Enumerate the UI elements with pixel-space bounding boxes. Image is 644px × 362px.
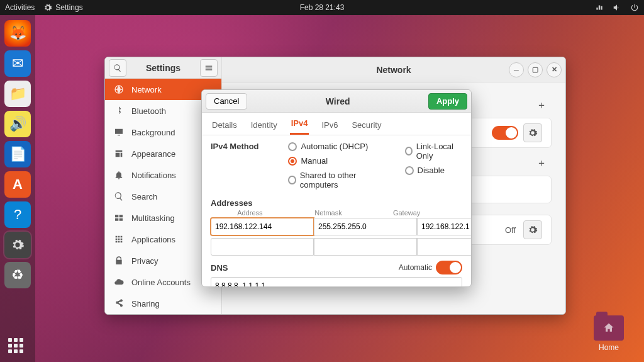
cloud-icon [114,277,124,287]
proxy-status: Off [505,225,516,235]
dns-input[interactable] [211,277,462,286]
radio-icon [405,166,414,175]
tab-identity[interactable]: Identity [250,115,279,135]
share-icon [114,298,124,308]
gateway-input[interactable] [417,218,471,235]
dock-firefox[interactable]: 🦊 [4,20,31,47]
sidebar-item-label: Multitasking [131,213,175,223]
gear-icon [528,128,538,138]
tab-security[interactable]: Security [350,115,382,135]
netmask-input[interactable] [314,238,417,256]
ipv4-method-automatic-dhcp-[interactable]: Automatic (DHCP) [288,142,379,151]
sidebar-header: Settings [105,57,221,79]
bell-icon [114,170,124,180]
multitask-icon [114,213,124,223]
dock-rhythmbox[interactable]: 🔊 [4,111,31,137]
cancel-button[interactable]: Cancel [206,93,247,110]
globe-icon [114,84,124,94]
power-icon[interactable] [630,3,639,12]
tab-ipv6[interactable]: IPv6 [320,115,339,135]
sidebar-item-label: Notifications [131,171,176,180]
ipv4-method-disable[interactable]: Disable [405,166,462,175]
radio-icon [405,147,413,156]
ipv4-method-manual[interactable]: Manual [288,156,379,166]
sidebar-item-label: Online Accounts [131,278,191,287]
lock-icon [114,256,124,266]
clock[interactable]: Feb 28 21:43 [300,3,345,12]
radio-icon [288,157,297,166]
dock-settings[interactable] [4,232,31,258]
ipv4-method-label: IPv4 Method [211,142,263,189]
col-netmask: Netmask [289,209,368,217]
window-title: Network [376,65,411,75]
show-apps-button[interactable] [8,338,27,357]
sidebar-item-label: Sharing [131,299,160,308]
dns-auto-toggle[interactable] [436,261,462,274]
dock-trash[interactable]: ♻ [4,262,31,288]
window-titlebar: Network ─ ▢ ✕ [222,57,565,82]
dock-help[interactable]: ? [4,201,31,228]
radio-icon [288,142,297,151]
address-input[interactable] [211,218,314,235]
dns-label: DNS [211,263,228,273]
dock-software[interactable]: A [4,171,31,198]
desktop-home-folder[interactable]: Home [590,315,628,352]
sidebar-item-label: Applications [131,235,175,244]
dock-files[interactable]: 📁 [4,81,31,107]
sidebar-item-label: Background [131,128,175,137]
col-address: Address [211,209,289,217]
search-icon [114,191,124,201]
search-icon [113,64,122,72]
wired-settings-button[interactable] [523,123,542,142]
dns-auto-label: Automatic [399,263,432,272]
netmask-input[interactable] [314,218,417,235]
top-bar: Activities Settings Feb 28 21:43 [0,0,644,15]
dock-thunderbird[interactable]: ✉ [4,50,31,77]
gateway-input[interactable] [417,238,471,256]
close-button[interactable]: ✕ [547,62,562,77]
col-gateway: Gateway [367,209,446,217]
address-row: 🗑 [211,218,462,235]
search-button[interactable] [109,59,126,77]
sidebar-item-label: Appearance [131,149,175,159]
dialog-header: Cancel Wired Apply [202,90,471,113]
sidebar-item-label: Privacy [131,256,158,266]
dock-libreoffice[interactable]: 📄 [4,141,31,167]
ipv4-method-shared-to-other-computers[interactable]: Shared to other computers [288,171,379,189]
desktop-home-label: Home [590,343,628,352]
activities-button[interactable]: Activities [5,3,35,12]
radio-icon [288,176,296,184]
ipv4-method-link-local-only[interactable]: Link-Local Only [405,142,462,161]
tab-details[interactable]: Details [211,115,238,135]
apps-icon [114,234,124,244]
menu-button[interactable] [200,59,218,77]
address-row: 🗑 [211,238,462,256]
appearance-icon [114,149,124,159]
add-wired-button[interactable]: ＋ [533,96,550,114]
dock: 🦊 ✉ 📁 🔊 📄 A ? ♻ [0,15,35,362]
proxy-settings-button[interactable] [523,220,542,239]
maximize-button[interactable]: ▢ [528,62,543,77]
hamburger-icon [204,64,213,72]
network-status-icon[interactable] [595,3,604,12]
address-input[interactable] [211,238,314,256]
wired-dialog: Cancel Wired Apply DetailsIdentityIPv4IP… [201,89,472,287]
sidebar-item-label: Bluetooth [131,106,166,116]
sidebar-item-label: Search [131,192,157,201]
minimize-button[interactable]: ─ [509,62,524,77]
home-icon [602,322,615,334]
sidebar-item-sharing[interactable]: Sharing [105,293,221,314]
gear-icon [528,225,538,235]
gear-icon [43,3,52,12]
volume-icon[interactable] [613,3,621,12]
gear-icon [11,238,25,252]
apply-button[interactable]: Apply [428,93,467,110]
addresses-label: Addresses [211,198,462,208]
topbar-app[interactable]: Settings [43,3,82,12]
wired-toggle[interactable] [492,126,518,140]
bluetooth-icon [114,106,124,116]
tab-ipv4[interactable]: IPv4 [290,113,309,135]
dialog-title: Wired [247,96,428,106]
add-vpn-button[interactable]: ＋ [533,154,550,172]
settings-title: Settings [130,63,196,73]
